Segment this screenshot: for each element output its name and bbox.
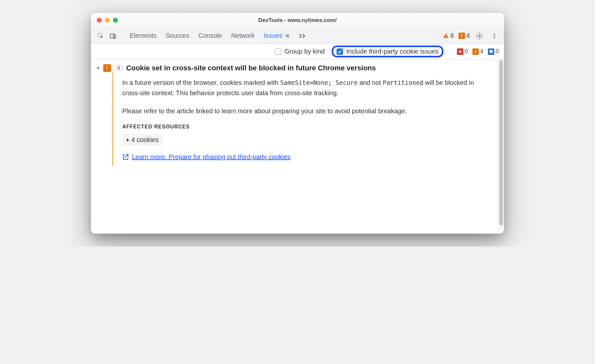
devtools-window: DevTools - www.nytimes.com/ Elements Sou… — [91, 13, 504, 234]
external-link-icon — [122, 154, 129, 160]
warnings-count[interactable]: 8 — [443, 32, 454, 39]
close-window-button[interactable] — [97, 18, 102, 23]
issue-body: In a future version of the browser, cook… — [112, 72, 492, 166]
issue-header[interactable]: ! 4 Cookie set in cross-site context wil… — [96, 64, 492, 72]
issue-list: ! 4 Cookie set in cross-site context wil… — [91, 59, 498, 234]
affected-resources-heading: AFFECTED RESOURCES — [122, 124, 486, 130]
minimize-window-button[interactable] — [105, 18, 110, 23]
disclosure-triangle-icon — [96, 66, 100, 70]
svg-point-7 — [494, 35, 495, 36]
more-tabs-icon[interactable] — [298, 33, 306, 39]
window-title: DevTools - www.nytimes.com/ — [96, 17, 499, 24]
kebab-menu-icon[interactable] — [489, 31, 499, 41]
svg-rect-9 — [489, 50, 493, 53]
tab-console[interactable]: Console — [198, 31, 223, 41]
svg-point-5 — [479, 35, 480, 37]
breaking-change-icon: ! — [472, 48, 479, 55]
traffic-lights — [97, 18, 118, 23]
issue-severity-icon: ! — [103, 64, 111, 72]
svg-rect-4 — [446, 37, 446, 37]
scrollbar-thumb[interactable] — [499, 60, 503, 226]
warning-triangle-icon — [443, 33, 449, 39]
device-toolbar-icon[interactable] — [108, 31, 118, 41]
titlebar: DevTools - www.nytimes.com/ — [91, 13, 504, 28]
inspect-element-icon[interactable] — [96, 31, 106, 41]
svg-point-6 — [494, 33, 495, 35]
include-third-party-checkbox[interactable]: Include third-party cookie issues — [332, 46, 443, 57]
page-errors-count[interactable]: 0 — [457, 48, 468, 55]
checkbox-icon — [275, 48, 281, 55]
svg-rect-3 — [446, 35, 446, 36]
tab-elements[interactable]: Elements — [129, 31, 157, 41]
breaking-changes-count[interactable]: ! 4 — [472, 48, 483, 55]
settings-icon[interactable] — [474, 31, 485, 41]
improvement-icon — [488, 48, 494, 55]
panel-tabs: Elements Sources Console Network Issues — [91, 28, 504, 44]
issue-kind-counts: 0 ! 4 0 — [457, 48, 499, 55]
improvements-count[interactable]: 0 — [488, 48, 499, 55]
page-error-icon — [457, 48, 463, 55]
issue-title: Cookie set in cross-site context will be… — [126, 64, 376, 72]
group-by-kind-checkbox[interactable]: Group by kind — [275, 48, 325, 55]
issue-item: ! 4 Cookie set in cross-site context wil… — [91, 61, 498, 168]
issue-occurrence-count: 4 — [114, 65, 123, 71]
learn-more-row: Learn more: Prepare for phasing out thir… — [122, 153, 486, 161]
issues-filter-bar: Group by kind Include third-party cookie… — [91, 44, 504, 59]
toolbar-right: 8 ! 4 — [443, 31, 499, 41]
learn-more-link[interactable]: Learn more: Prepare for phasing out thir… — [132, 153, 290, 161]
tab-list: Elements Sources Console Network Issues — [129, 31, 441, 41]
issue-description: In a future version of the browser, cook… — [122, 77, 486, 98]
errors-count[interactable]: ! 4 — [459, 32, 470, 39]
close-icon[interactable] — [285, 33, 290, 38]
tab-network[interactable]: Network — [230, 31, 255, 41]
affected-cookies-row[interactable]: 4 cookies — [122, 134, 163, 146]
checkbox-checked-icon — [337, 48, 343, 55]
tab-issues[interactable]: Issues — [263, 31, 291, 41]
issue-description-2: Please refer to the article linked to le… — [122, 106, 486, 116]
error-badge-icon: ! — [459, 33, 465, 39]
tab-sources[interactable]: Sources — [165, 31, 190, 41]
issues-content: ! 4 Cookie set in cross-site context wil… — [91, 59, 504, 234]
maximize-window-button[interactable] — [113, 18, 118, 23]
disclosure-right-icon — [126, 138, 129, 142]
scrollbar[interactable] — [498, 59, 504, 234]
svg-point-8 — [494, 37, 495, 38]
